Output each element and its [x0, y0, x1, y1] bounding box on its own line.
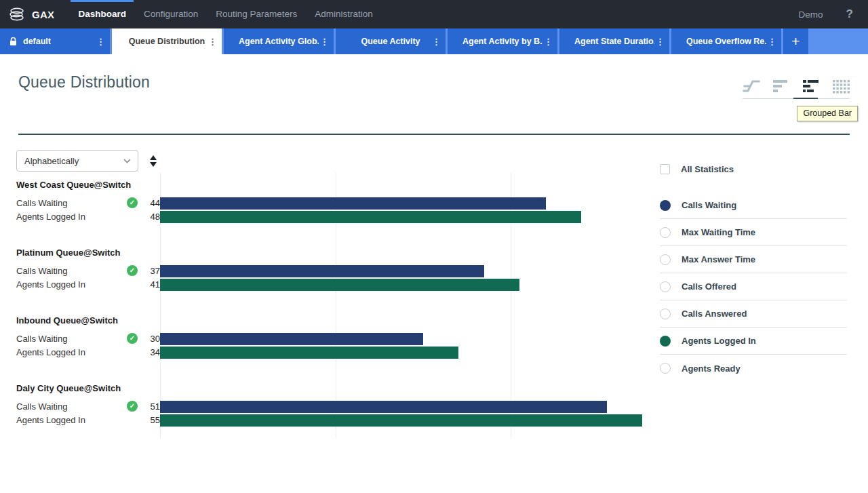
stats-item-label: Max Answer Time	[682, 254, 755, 264]
stats-item-max-answer-time[interactable]: Max Answer Time	[660, 246, 847, 273]
calls-answered-radio[interactable]	[660, 309, 671, 319]
queue-name: West Coast Queue@Switch	[16, 180, 160, 191]
user-menu[interactable]: Demo	[799, 9, 823, 20]
stats-item-label: All Statistics	[681, 164, 734, 174]
all-statistics-checkbox[interactable]	[660, 164, 670, 174]
stats-item-calls-waiting[interactable]: Calls Waiting	[660, 192, 847, 219]
tab-menu-icon[interactable]: ⋮	[96, 37, 105, 47]
tab-menu-icon[interactable]: ⋮	[208, 37, 217, 47]
tab-default[interactable]: default⋮	[0, 28, 110, 54]
line-chart-icon[interactable]	[743, 79, 760, 94]
dashboard-main: West Coast Queue@SwitchCalls Waiting✓44A…	[16, 174, 868, 448]
chart-type-active-indicator	[793, 98, 818, 99]
tab-label: default	[23, 37, 51, 46]
stats-item-label: Calls Answered	[682, 309, 747, 319]
top-nav: GAX Dashboard Configuration Routing Para…	[0, 0, 868, 28]
tab-agent-activity-glob[interactable]: Agent Activity Glob...⋮	[224, 28, 334, 54]
grid-view-icon[interactable]	[832, 79, 850, 94]
nav-item-routing-parameters[interactable]: Routing Parameters	[207, 0, 306, 28]
stat-label: Agents Logged In	[16, 347, 144, 357]
calls-offered-radio[interactable]	[660, 281, 671, 292]
tab-menu-icon[interactable]: ⋮	[432, 37, 441, 47]
sort-down-icon	[150, 162, 157, 167]
stat-value: 48	[144, 212, 160, 222]
stat-label: Agents Logged In	[16, 415, 144, 425]
max-answer-time-radio[interactable]	[660, 254, 671, 265]
sort-order-value: Alphabetically	[24, 156, 79, 166]
tab-queue-distribution[interactable]: Queue Distribution⋮	[112, 28, 222, 54]
queue-group-platinum-queue-switch: Platinum Queue@SwitchCalls Waiting✓37Age…	[16, 242, 160, 310]
grouped-bar-chart	[160, 174, 651, 448]
stats-item-agents-ready[interactable]: Agents Ready	[660, 355, 847, 382]
stat-label: Calls Waiting	[16, 401, 127, 412]
page-header: Queue Distribution	[18, 73, 850, 115]
tab-menu-icon[interactable]: ⋮	[320, 37, 329, 47]
tab-label: Queue Activity	[361, 37, 420, 46]
stat-row-agents-logged-in: Agents Logged In55	[16, 413, 160, 427]
agents-ready-radio[interactable]	[660, 363, 671, 374]
tab-agent-state-duratio[interactable]: Agent State Duratio...⋮	[559, 28, 669, 54]
tab-label: Queue Overflow Re...	[686, 37, 766, 46]
queue-name: Inbound Queue@Switch	[16, 315, 160, 326]
bar-group-inbound-queue-switch	[160, 310, 651, 378]
stats-item-all-statistics[interactable]: All Statistics	[660, 158, 847, 180]
add-tab-button[interactable]: +	[783, 28, 808, 54]
tab-agent-activity-by-b[interactable]: Agent Activity by B...⋮	[448, 28, 557, 54]
tab-menu-icon[interactable]: ⋮	[656, 37, 665, 47]
stats-item-calls-answered[interactable]: Calls Answered	[660, 300, 847, 328]
nav-item-configuration[interactable]: Configuration	[135, 0, 207, 28]
stat-row-calls-waiting: Calls Waiting✓37	[16, 264, 160, 277]
bar-group-west-coast-queue-switch	[160, 174, 651, 242]
bar-chart-icon[interactable]	[772, 79, 790, 94]
bar-calls-waiting	[160, 401, 607, 413]
sort-direction-button[interactable]	[149, 154, 158, 168]
stat-value: 41	[144, 279, 160, 290]
queue-name: Daly City Queue@Switch	[16, 383, 160, 394]
lock-icon	[9, 37, 17, 46]
stats-item-calls-offered[interactable]: Calls Offered	[660, 273, 847, 300]
stats-item-label: Calls Waiting	[682, 200, 736, 210]
status-ok-check-icon: ✓	[127, 333, 138, 344]
tab-menu-icon[interactable]: ⋮	[768, 37, 776, 47]
chart-type-switcher: Grouped Bar	[743, 79, 850, 99]
help-icon[interactable]: ?	[846, 7, 853, 21]
queue-group-inbound-queue-switch: Inbound Queue@SwitchCalls Waiting✓30Agen…	[16, 310, 160, 378]
queue-list: West Coast Queue@SwitchCalls Waiting✓44A…	[16, 174, 160, 448]
tab-label: Agent Activity by B...	[462, 37, 542, 46]
nav-item-administration[interactable]: Administration	[306, 0, 382, 28]
status-ok-check-icon: ✓	[127, 197, 138, 208]
gax-brand[interactable]: GAX	[8, 5, 54, 23]
tab-label: Agent Activity Glob...	[239, 37, 319, 46]
bar-agents-logged-in	[160, 414, 642, 427]
queue-group-daly-city-queue-switch: Daly City Queue@SwitchCalls Waiting✓51Ag…	[16, 378, 160, 446]
stats-item-max-waiting-time[interactable]: Max Waiting Time	[660, 219, 847, 246]
chevron-down-icon	[123, 159, 131, 163]
stat-value: 30	[144, 334, 160, 344]
tab-label: Queue Distribution	[129, 37, 205, 46]
status-ok-check-icon: ✓	[127, 265, 138, 276]
grouped-bar-icon[interactable]	[802, 79, 820, 94]
stat-row-calls-waiting: Calls Waiting✓30	[16, 332, 160, 345]
calls-waiting-radio[interactable]	[660, 200, 671, 211]
tab-queue-activity[interactable]: Queue Activity⋮	[336, 28, 446, 54]
tab-label: Agent State Duratio...	[574, 37, 654, 46]
nav-item-dashboard[interactable]: Dashboard	[69, 0, 135, 28]
tab-menu-icon[interactable]: ⋮	[544, 37, 553, 47]
page-title: Queue Distribution	[18, 73, 850, 92]
stats-item-label: Calls Offered	[682, 281, 736, 292]
bar-agents-logged-in	[160, 211, 581, 223]
bar-group-daly-city-queue-switch	[160, 378, 651, 446]
stat-label: Calls Waiting	[16, 198, 127, 208]
agents-logged-in-radio[interactable]	[660, 336, 671, 347]
stat-label: Agents Logged In	[16, 279, 144, 290]
gax-logo-icon	[8, 5, 26, 23]
sort-order-select[interactable]: Alphabetically	[16, 150, 138, 172]
stats-item-agents-logged-in[interactable]: Agents Logged In	[660, 328, 847, 355]
tab-queue-overflow-re[interactable]: Queue Overflow Re...⋮	[671, 28, 781, 54]
bar-agents-logged-in	[160, 347, 458, 359]
header-separator	[18, 134, 850, 135]
max-waiting-time-radio[interactable]	[660, 227, 671, 238]
stats-item-label: Max Waiting Time	[682, 227, 755, 237]
stat-row-calls-waiting: Calls Waiting✓44	[16, 196, 160, 210]
bar-calls-waiting	[160, 265, 484, 277]
